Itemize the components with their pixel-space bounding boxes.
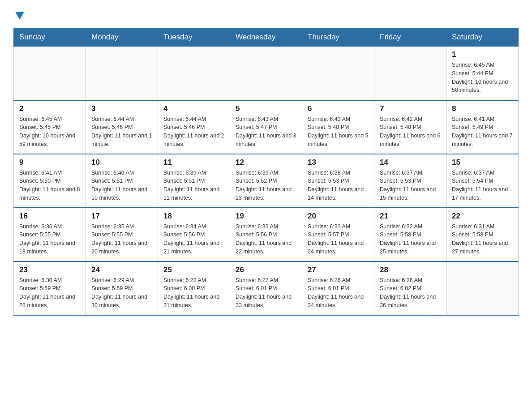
day-header-saturday: Saturday [446, 28, 519, 47]
day-info: Sunrise: 6:37 AM Sunset: 5:53 PM Dayligh… [380, 169, 441, 202]
calendar-cell: 13Sunrise: 6:38 AM Sunset: 5:53 PM Dayli… [302, 154, 374, 208]
calendar-cell: 6Sunrise: 6:43 AM Sunset: 5:48 PM Daylig… [302, 100, 374, 154]
day-number: 4 [163, 104, 224, 113]
day-number: 27 [308, 265, 369, 274]
day-info: Sunrise: 6:44 AM Sunset: 5:46 PM Dayligh… [163, 115, 224, 149]
day-info: Sunrise: 6:43 AM Sunset: 5:48 PM Dayligh… [308, 115, 369, 149]
calendar-cell: 7Sunrise: 6:42 AM Sunset: 5:48 PM Daylig… [374, 100, 446, 154]
day-number: 6 [308, 104, 369, 113]
day-number: 13 [308, 158, 369, 167]
calendar-cell: 26Sunrise: 6:27 AM Sunset: 6:01 PM Dayli… [230, 261, 302, 315]
calendar-cell [374, 47, 446, 100]
calendar-header-row: SundayMondayTuesdayWednesdayThursdayFrid… [14, 28, 519, 47]
day-header-tuesday: Tuesday [158, 28, 230, 47]
day-number: 21 [380, 212, 441, 221]
calendar-cell [14, 47, 86, 100]
calendar-cell: 17Sunrise: 6:35 AM Sunset: 5:55 PM Dayli… [86, 208, 158, 261]
day-info: Sunrise: 6:39 AM Sunset: 5:51 PM Dayligh… [163, 169, 224, 202]
day-info: Sunrise: 6:42 AM Sunset: 5:48 PM Dayligh… [380, 115, 441, 149]
calendar-table: SundayMondayTuesdayWednesdayThursdayFrid… [13, 28, 519, 316]
calendar-week-row: 9Sunrise: 6:41 AM Sunset: 5:50 PM Daylig… [14, 154, 519, 208]
day-info: Sunrise: 6:40 AM Sunset: 5:51 PM Dayligh… [91, 169, 152, 202]
day-info: Sunrise: 6:45 AM Sunset: 5:45 PM Dayligh… [19, 115, 80, 149]
day-info: Sunrise: 6:34 AM Sunset: 5:56 PM Dayligh… [163, 223, 224, 256]
day-number: 17 [91, 212, 152, 221]
calendar-cell: 27Sunrise: 6:26 AM Sunset: 6:01 PM Dayli… [302, 261, 374, 315]
calendar-cell [158, 47, 230, 100]
day-number: 26 [236, 265, 296, 274]
day-info: Sunrise: 6:28 AM Sunset: 6:00 PM Dayligh… [163, 276, 224, 310]
day-number: 20 [308, 212, 369, 221]
calendar-week-row: 2Sunrise: 6:45 AM Sunset: 5:45 PM Daylig… [14, 100, 519, 154]
calendar-cell [230, 47, 302, 100]
calendar-cell: 23Sunrise: 6:30 AM Sunset: 5:59 PM Dayli… [14, 261, 86, 315]
day-info: Sunrise: 6:35 AM Sunset: 5:55 PM Dayligh… [91, 223, 152, 256]
day-number: 12 [236, 158, 296, 167]
calendar-cell: 18Sunrise: 6:34 AM Sunset: 5:56 PM Dayli… [158, 208, 230, 261]
calendar-cell: 22Sunrise: 6:31 AM Sunset: 5:58 PM Dayli… [446, 208, 519, 261]
calendar-cell: 28Sunrise: 6:26 AM Sunset: 6:02 PM Dayli… [374, 261, 446, 315]
day-info: Sunrise: 6:29 AM Sunset: 5:59 PM Dayligh… [91, 276, 152, 310]
day-header-monday: Monday [86, 28, 158, 47]
calendar-cell [86, 47, 158, 100]
calendar-cell: 12Sunrise: 6:39 AM Sunset: 5:52 PM Dayli… [230, 154, 302, 208]
day-info: Sunrise: 6:37 AM Sunset: 5:54 PM Dayligh… [452, 169, 513, 202]
day-number: 24 [91, 265, 152, 274]
day-info: Sunrise: 6:26 AM Sunset: 6:01 PM Dayligh… [308, 276, 369, 310]
day-header-sunday: Sunday [14, 28, 86, 47]
calendar-week-row: 23Sunrise: 6:30 AM Sunset: 5:59 PM Dayli… [14, 261, 519, 315]
day-info: Sunrise: 6:27 AM Sunset: 6:01 PM Dayligh… [236, 276, 296, 310]
day-info: Sunrise: 6:32 AM Sunset: 5:58 PM Dayligh… [380, 223, 441, 256]
day-info: Sunrise: 6:45 AM Sunset: 5:44 PM Dayligh… [452, 61, 513, 94]
calendar-cell: 19Sunrise: 6:33 AM Sunset: 5:56 PM Dayli… [230, 208, 302, 261]
page-header [13, 9, 519, 20]
day-number: 9 [19, 158, 80, 167]
day-info: Sunrise: 6:30 AM Sunset: 5:59 PM Dayligh… [19, 276, 80, 310]
day-info: Sunrise: 6:44 AM Sunset: 5:46 PM Dayligh… [91, 115, 152, 149]
day-number: 2 [19, 104, 80, 113]
day-number: 16 [19, 212, 80, 221]
day-number: 7 [380, 104, 441, 113]
calendar-cell: 14Sunrise: 6:37 AM Sunset: 5:53 PM Dayli… [374, 154, 446, 208]
day-number: 3 [91, 104, 152, 113]
day-number: 11 [163, 158, 224, 167]
day-number: 14 [380, 158, 441, 167]
logo-triangle-icon [15, 12, 24, 20]
calendar-cell: 10Sunrise: 6:40 AM Sunset: 5:51 PM Dayli… [86, 154, 158, 208]
calendar-cell: 21Sunrise: 6:32 AM Sunset: 5:58 PM Dayli… [374, 208, 446, 261]
day-info: Sunrise: 6:33 AM Sunset: 5:57 PM Dayligh… [308, 223, 369, 256]
calendar-cell: 20Sunrise: 6:33 AM Sunset: 5:57 PM Dayli… [302, 208, 374, 261]
calendar-cell: 15Sunrise: 6:37 AM Sunset: 5:54 PM Dayli… [446, 154, 519, 208]
day-number: 23 [19, 265, 80, 274]
calendar-cell: 1Sunrise: 6:45 AM Sunset: 5:44 PM Daylig… [446, 47, 519, 100]
day-info: Sunrise: 6:43 AM Sunset: 5:47 PM Dayligh… [236, 115, 296, 149]
day-number: 25 [163, 265, 224, 274]
calendar-cell: 2Sunrise: 6:45 AM Sunset: 5:45 PM Daylig… [14, 100, 86, 154]
day-number: 10 [91, 158, 152, 167]
day-number: 8 [452, 104, 513, 113]
day-info: Sunrise: 6:33 AM Sunset: 5:56 PM Dayligh… [236, 223, 296, 256]
day-number: 5 [236, 104, 296, 113]
calendar-cell: 16Sunrise: 6:36 AM Sunset: 5:55 PM Dayli… [14, 208, 86, 261]
day-info: Sunrise: 6:38 AM Sunset: 5:53 PM Dayligh… [308, 169, 369, 202]
calendar-cell [446, 261, 519, 315]
day-header-thursday: Thursday [302, 28, 374, 47]
calendar-cell: 8Sunrise: 6:41 AM Sunset: 5:49 PM Daylig… [446, 100, 519, 154]
day-info: Sunrise: 6:31 AM Sunset: 5:58 PM Dayligh… [452, 223, 513, 256]
calendar-cell: 5Sunrise: 6:43 AM Sunset: 5:47 PM Daylig… [230, 100, 302, 154]
calendar-cell: 9Sunrise: 6:41 AM Sunset: 5:50 PM Daylig… [14, 154, 86, 208]
day-info: Sunrise: 6:41 AM Sunset: 5:49 PM Dayligh… [452, 115, 513, 149]
day-info: Sunrise: 6:36 AM Sunset: 5:55 PM Dayligh… [19, 223, 80, 256]
logo [13, 9, 24, 20]
calendar-cell [302, 47, 374, 100]
calendar-cell: 24Sunrise: 6:29 AM Sunset: 5:59 PM Dayli… [86, 261, 158, 315]
day-header-wednesday: Wednesday [230, 28, 302, 47]
calendar-cell: 3Sunrise: 6:44 AM Sunset: 5:46 PM Daylig… [86, 100, 158, 154]
calendar-week-row: 1Sunrise: 6:45 AM Sunset: 5:44 PM Daylig… [14, 47, 519, 100]
calendar-cell: 25Sunrise: 6:28 AM Sunset: 6:00 PM Dayli… [158, 261, 230, 315]
day-info: Sunrise: 6:41 AM Sunset: 5:50 PM Dayligh… [19, 169, 80, 202]
day-number: 19 [236, 212, 296, 221]
calendar-week-row: 16Sunrise: 6:36 AM Sunset: 5:55 PM Dayli… [14, 208, 519, 261]
calendar-cell: 11Sunrise: 6:39 AM Sunset: 5:51 PM Dayli… [158, 154, 230, 208]
day-header-friday: Friday [374, 28, 446, 47]
